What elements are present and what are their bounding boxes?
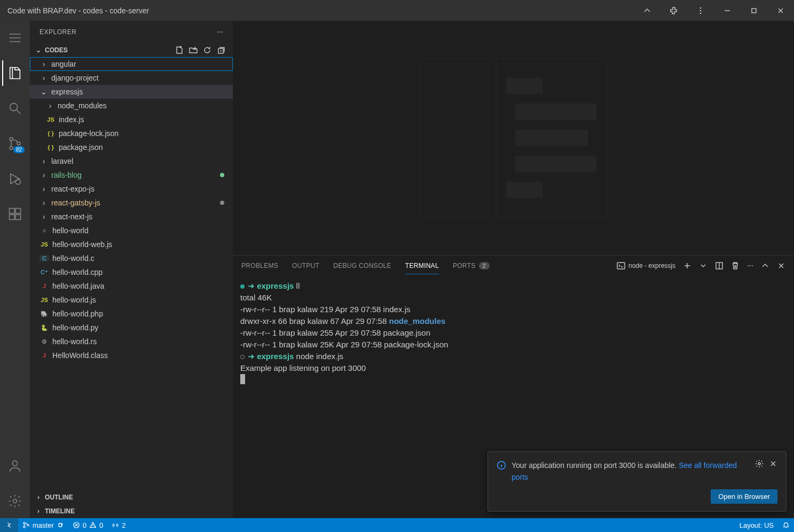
folder-node-modules[interactable]: ›node_modules [30,99,233,113]
file-hello-world[interactable]: ≡hello-world [30,224,233,237]
notification-toast: Your application running on port 3000 is… [488,451,787,512]
close-panel-icon[interactable] [777,261,785,270]
svg-rect-9 [10,209,14,213]
codes-label: CODES [45,46,68,54]
open-in-browser-button[interactable]: Open in Browser [711,489,777,504]
folder-react-gatsby-js[interactable]: ›react-gatsby-js [30,196,233,210]
file-hello-world-java[interactable]: Jhello-world.java [30,279,233,293]
menu-icon[interactable] [2,25,28,51]
settings-icon[interactable] [2,488,28,514]
svg-rect-12 [15,215,20,219]
svg-point-21 [23,526,26,528]
sidebar-header: EXPLORER ⋯ [30,21,233,43]
remote-button[interactable] [0,518,18,532]
new-folder-icon[interactable] [189,46,198,54]
file-hello-world-py[interactable]: 🐍hello-world.py [30,321,233,335]
maximize-panel-icon[interactable] [761,261,769,270]
svg-point-4 [10,104,18,111]
svg-point-1 [700,10,701,11]
tab-output[interactable]: OUTPUT [292,258,319,274]
source-control-icon[interactable]: 82 [2,131,28,156]
sidebar-more-icon[interactable]: ⋯ [217,28,224,36]
folder-django-project[interactable]: ›django-project [30,71,233,85]
terminal-dropdown-icon[interactable] [699,261,707,270]
file-hello-world-cpp[interactable]: C⁺hello-world.cpp [30,265,233,279]
main-area: 82 EXPLORER ⋯ ⌄ CODES ›angular [0,21,794,518]
file-hello-world-php[interactable]: 🐘hello-world.php [30,307,233,321]
svg-point-2 [700,13,701,13]
tab-ports[interactable]: PORTS2 [453,258,490,274]
svg-rect-10 [15,209,20,213]
file-index-js[interactable]: JSindex.js [30,113,233,126]
file-package-json[interactable]: { }package.json [30,140,233,154]
folder-laravel[interactable]: ›laravel [30,154,233,168]
chevron-up-icon[interactable] [634,0,661,21]
file-hello-world-c[interactable]: Chello-world.c [30,251,233,265]
tab-debug-console[interactable]: DEBUG CONSOLE [333,258,391,274]
kill-terminal-icon[interactable] [731,261,740,270]
titlebar-actions [634,0,794,21]
file-hello-world-rs[interactable]: ⚙hello-world.rs [30,335,233,348]
layout-status[interactable]: Layout: US [735,521,778,529]
run-debug-icon[interactable] [2,166,28,192]
search-icon[interactable] [2,96,28,121]
extensions-icon[interactable] [2,201,28,227]
problems-status[interactable]: 0 0 [68,518,107,532]
maximize-button[interactable] [741,0,767,21]
file-hello-world-js[interactable]: JShello-world.js [30,293,233,307]
close-button[interactable] [767,0,794,21]
notifications-icon[interactable] [778,521,794,529]
activity-bar: 82 [0,21,30,518]
file-hello-world-web-js[interactable]: JShello-world-web.js [30,237,233,251]
titlebar: Code with BRAP.dev - codes - code-server [0,0,794,21]
tab-terminal[interactable]: TERMINAL [405,258,439,274]
folder-angular[interactable]: ›angular [30,57,233,71]
editor-placeholder [233,21,794,255]
tab-problems[interactable]: PROBLEMS [241,258,278,274]
notification-close-icon[interactable] [769,459,777,468]
notification-gear-icon[interactable] [755,459,764,468]
explorer-icon[interactable] [2,60,28,86]
panel-tabs: PROBLEMS OUTPUT DEBUG CONSOLE TERMINAL P… [233,256,794,276]
svg-rect-16 [617,263,625,269]
folder-react-next-js[interactable]: ›react-next-js [30,210,233,224]
editor-area: PROBLEMS OUTPUT DEBUG CONSOLE TERMINAL P… [233,21,794,518]
new-file-icon[interactable] [175,46,184,54]
extension-icon[interactable] [661,0,687,21]
svg-point-20 [23,522,26,525]
sidebar: EXPLORER ⋯ ⌄ CODES ›angular ›django-proj… [30,21,233,518]
svg-point-0 [700,7,701,8]
ports-status[interactable]: 2 [107,518,130,532]
file-helloworld-class[interactable]: JHelloWorld.class [30,348,233,362]
new-terminal-icon[interactable] [683,261,691,270]
folder-expressjs[interactable]: ⌄expressjs [30,85,233,99]
svg-point-13 [12,461,17,466]
folder-rails-blog[interactable]: ›rails-blog [30,168,233,182]
panel-more-icon[interactable]: ⋯ [747,262,753,269]
svg-point-8 [15,179,20,184]
timeline-section[interactable]: ›TIMELINE [30,504,233,518]
minimize-button[interactable] [714,0,741,21]
git-branch[interactable]: master [18,518,68,532]
file-package-lock-json[interactable]: { }package-lock.json [30,126,233,140]
folder-react-expo-js[interactable]: ›react-expo-js [30,182,233,196]
terminal-cursor [240,374,245,384]
split-terminal-icon[interactable] [715,261,724,270]
sidebar-title: EXPLORER [40,28,76,36]
info-icon [497,460,506,470]
svg-rect-3 [752,9,756,13]
svg-point-7 [17,142,20,145]
svg-point-6 [10,146,13,149]
terminal-selector[interactable]: node - expressjs [617,261,675,270]
codes-section-header[interactable]: ⌄ CODES [30,43,233,57]
accounts-icon[interactable] [2,453,28,479]
window-title: Code with BRAP.dev - codes - code-server [7,6,149,15]
refresh-icon[interactable] [203,46,211,54]
svg-point-14 [13,499,17,503]
placeholder-graphic [420,58,607,218]
more-icon[interactable] [687,0,714,21]
scm-badge: 82 [13,146,25,153]
outline-section[interactable]: ›OUTLINE [30,490,233,504]
statusbar: master 0 0 2 Layout: US [0,518,794,532]
collapse-all-icon[interactable] [217,46,225,54]
